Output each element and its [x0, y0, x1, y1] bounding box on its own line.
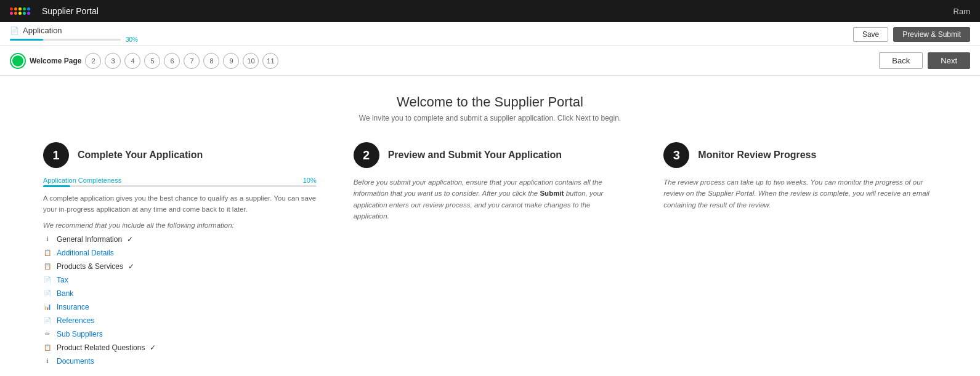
user-name: Ram — [954, 7, 970, 16]
progress-bar-row: 30% — [10, 36, 853, 43]
step-4[interactable]: 4 — [124, 53, 140, 69]
list-icon-9: 📋 — [43, 343, 52, 352]
step3-heading: Monitor Review Progress — [698, 150, 816, 161]
progress-track — [10, 39, 121, 41]
step-circle-3: 3 — [105, 53, 121, 69]
check-mark-3: ✓ — [128, 262, 134, 271]
logo-dot-7 — [14, 12, 17, 15]
step3-number: 3 — [663, 142, 689, 168]
col-1: 1 Complete Your Application Application … — [25, 142, 335, 370]
progress-pct: 30% — [126, 36, 138, 43]
logo-dot-1 — [10, 7, 13, 10]
welcome-subtitle: We invite you to complete and submit a s… — [25, 114, 955, 122]
welcome-header: Welcome to the Supplier Portal We invite… — [25, 94, 955, 122]
check-mark-9: ✓ — [150, 343, 156, 352]
completeness-section: Application Completeness 10% — [43, 177, 317, 187]
wizard-nav-buttons: Back Next — [879, 52, 970, 69]
next-button[interactable]: Next — [928, 52, 970, 69]
progress-left: 📄 Application 30% — [10, 26, 853, 43]
list-icon-4: 📄 — [43, 276, 52, 284]
informatica-logo — [10, 7, 34, 15]
list-item: 📊 Insurance — [43, 303, 317, 311]
logo-dot-3 — [18, 7, 22, 10]
logo-dot-4 — [23, 7, 26, 10]
list-item: ✏ Sub Suppliers — [43, 330, 317, 338]
list-icon-3: 📋 — [43, 262, 52, 271]
list-item: 📄 References — [43, 316, 317, 325]
step-11[interactable]: 11 — [262, 53, 278, 69]
list-icon-7: 📄 — [43, 316, 52, 325]
item-link-4[interactable]: Tax — [57, 276, 68, 284]
back-button[interactable]: Back — [879, 52, 923, 69]
list-item: 📄 Tax — [43, 276, 317, 284]
step-circle-11: 11 — [262, 53, 278, 69]
step3-body: The review process can take up to two we… — [663, 177, 937, 210]
logo-dot-10 — [27, 12, 30, 15]
completeness-bar-track — [43, 185, 317, 187]
step1-desc: A complete application gives you the bes… — [43, 193, 317, 215]
step-2[interactable]: 2 — [85, 53, 101, 69]
step-welcome[interactable]: Welcome Page — [10, 53, 81, 69]
progress-buttons: Save Preview & Submit — [853, 27, 970, 42]
list-item: ℹ Documents — [43, 357, 317, 366]
completeness-text: Application Completeness — [43, 177, 121, 184]
save-button[interactable]: Save — [853, 27, 888, 42]
step2-number: 2 — [354, 142, 379, 168]
list-icon-8: ✏ — [43, 330, 52, 338]
list-item: 📋 Products & Services ✓ — [43, 262, 317, 271]
logo-dot-2 — [14, 7, 17, 10]
completeness-pct: 10% — [303, 177, 317, 184]
checklist: ℹ General Information ✓ 📋 Additional Det… — [43, 235, 317, 366]
col-2: 2 Preview and Submit Your Application Be… — [335, 142, 646, 370]
item-link-8[interactable]: Sub Suppliers — [57, 330, 103, 338]
step2-heading: Preview and Submit Your Application — [388, 150, 562, 161]
app-title-row: 📄 Application — [10, 26, 853, 35]
item-label-9: Product Related Questions — [57, 343, 145, 352]
step-circle-2: 2 — [85, 53, 101, 69]
list-item: ℹ General Information ✓ — [43, 235, 317, 244]
step-7[interactable]: 7 — [184, 53, 200, 69]
logo-dots — [10, 7, 31, 15]
preview-submit-button[interactable]: Preview & Submit — [893, 27, 970, 42]
step-6[interactable]: 6 — [164, 53, 180, 69]
progress-fill — [10, 39, 43, 41]
item-link-10[interactable]: Documents — [57, 357, 94, 366]
list-item: 📋 Additional Details — [43, 249, 317, 257]
item-link-5[interactable]: Bank — [57, 289, 73, 298]
item-link-references[interactable]: References — [57, 316, 94, 325]
item-link-6[interactable]: Insurance — [57, 303, 89, 311]
logo-dot-5 — [27, 7, 30, 10]
list-item: 📄 Bank — [43, 289, 317, 298]
step-circle-6: 6 — [164, 53, 180, 69]
completeness-bar-fill — [43, 185, 70, 187]
step-welcome-circle — [10, 53, 26, 69]
step-circle-5: 5 — [144, 53, 160, 69]
three-col: 1 Complete Your Application Application … — [25, 142, 955, 370]
step1-number: 1 — [43, 142, 69, 168]
steps-list: Welcome Page 2 3 4 5 6 7 8 9 10 11 — [10, 53, 278, 69]
step-circle-4: 4 — [124, 53, 140, 69]
app-title-text: Application — [23, 26, 62, 35]
step-5[interactable]: 5 — [144, 53, 160, 69]
list-icon-2: 📋 — [43, 249, 52, 257]
logo-dot-8 — [18, 12, 22, 15]
step-3[interactable]: 3 — [105, 53, 121, 69]
step1-recommend: We recommend that you include all the fo… — [43, 222, 317, 229]
step-9[interactable]: 9 — [223, 53, 239, 69]
portal-title: Supplier Portal — [42, 6, 99, 16]
step-10[interactable]: 10 — [243, 53, 259, 69]
step-welcome-inner — [12, 55, 23, 66]
step1-heading: Complete Your Application — [78, 150, 203, 161]
topbar: Supplier Portal Ram — [0, 0, 980, 22]
main-content: Welcome to the Supplier Portal We invite… — [0, 76, 980, 376]
item-link-2[interactable]: Additional Details — [57, 249, 114, 257]
step-circle-10: 10 — [243, 53, 259, 69]
topbar-left: Supplier Portal — [10, 6, 99, 16]
check-mark-1: ✓ — [127, 235, 133, 244]
welcome-title: Welcome to the Supplier Portal — [25, 94, 955, 110]
list-icon-5: 📄 — [43, 289, 52, 298]
step-circle-7: 7 — [184, 53, 200, 69]
list-icon-6: 📊 — [43, 303, 52, 311]
step-8[interactable]: 8 — [203, 53, 219, 69]
list-item: 📋 Product Related Questions ✓ — [43, 343, 317, 352]
